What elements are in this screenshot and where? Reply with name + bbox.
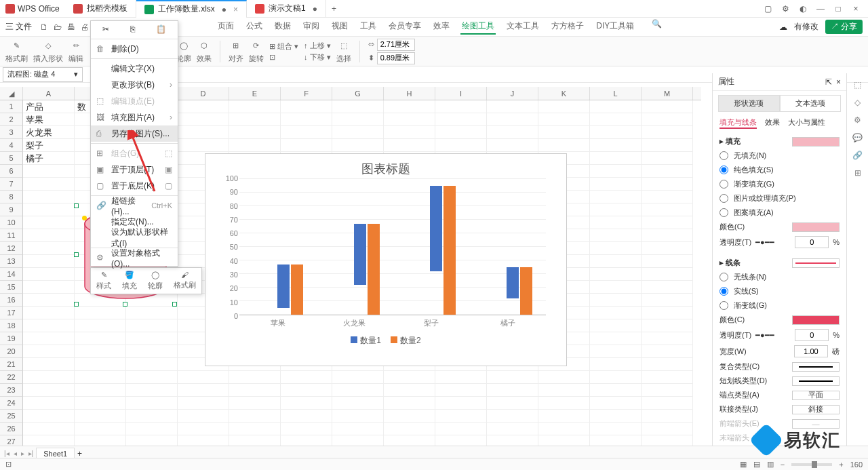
row-header[interactable]: 14 [0, 268, 23, 281]
cell[interactable] [332, 371, 384, 384]
cell[interactable] [332, 423, 384, 435]
cell[interactable] [229, 423, 281, 435]
row-header[interactable]: 18 [0, 319, 23, 332]
cell[interactable] [332, 126, 384, 139]
cell[interactable] [126, 345, 178, 358]
cell[interactable] [75, 410, 126, 423]
cell[interactable] [23, 178, 75, 191]
view-normal-icon[interactable]: ▦ [740, 460, 747, 469]
maximize-button[interactable]: □ [833, 4, 844, 14]
tab-view[interactable]: 视图 [330, 19, 349, 35]
cell[interactable] [75, 371, 126, 384]
cell[interactable] [178, 126, 229, 139]
window-icon[interactable]: ▢ [762, 4, 773, 14]
rail-style-icon[interactable]: ◇ [854, 98, 861, 107]
row-header[interactable]: 3 [0, 126, 23, 139]
cell[interactable] [75, 384, 126, 397]
cell[interactable] [384, 100, 435, 113]
chart-title[interactable]: 图表标题 [205, 154, 566, 180]
col-header[interactable]: L [590, 87, 642, 100]
cell[interactable] [487, 100, 538, 113]
tab-tools[interactable]: 工具 [359, 19, 378, 35]
cell[interactable] [178, 410, 229, 423]
row-header[interactable]: 23 [0, 384, 23, 397]
cell[interactable] [332, 384, 384, 397]
cell[interactable] [590, 319, 642, 332]
cell[interactable] [590, 113, 642, 126]
cell[interactable] [590, 268, 642, 281]
cell[interactable] [590, 255, 642, 268]
insert-shape-button[interactable]: ◇插入形状 [33, 39, 63, 64]
last-sheet-icon[interactable]: ▸| [28, 450, 34, 457]
cell[interactable] [435, 410, 487, 423]
col-header[interactable]: I [435, 87, 487, 100]
tab-presentation[interactable]: 演示文稿1 ● [247, 0, 326, 18]
tab-text-options[interactable]: 文本选项 [780, 95, 842, 112]
cell[interactable] [126, 397, 178, 410]
cell[interactable] [126, 319, 178, 332]
cell[interactable] [23, 242, 75, 255]
name-box[interactable]: 流程图: 磁盘 4▾ [3, 67, 83, 82]
col-header[interactable]: F [281, 87, 332, 100]
cell[interactable] [590, 165, 642, 178]
cell[interactable] [23, 332, 75, 345]
cell[interactable] [23, 281, 75, 294]
cell[interactable] [178, 397, 229, 410]
rail-settings-icon[interactable]: ⚙ [854, 115, 861, 125]
prev-sheet-icon[interactable]: ◂ [14, 450, 17, 457]
settings-icon[interactable]: ⚙ [780, 4, 791, 14]
cell[interactable] [642, 332, 693, 345]
share-button[interactable]: ↗ 分享 [825, 20, 863, 34]
fill-swatch[interactable] [792, 137, 840, 146]
cell[interactable] [590, 203, 642, 216]
add-sheet-button[interactable]: + [77, 449, 82, 458]
cell[interactable] [590, 178, 642, 191]
close-icon[interactable]: × [233, 5, 238, 14]
cell[interactable]: 苹果 [23, 113, 75, 126]
col-header[interactable]: D [178, 87, 229, 100]
file-menu[interactable]: 三 文件 [5, 21, 32, 33]
cell[interactable] [23, 358, 75, 371]
cell[interactable] [590, 216, 642, 229]
cell[interactable] [642, 358, 693, 371]
tab-data[interactable]: 数据 [273, 19, 292, 35]
cell[interactable] [487, 371, 538, 384]
cell[interactable] [487, 397, 538, 410]
paste-icon[interactable]: 📋 [156, 24, 166, 34]
next-sheet-icon[interactable]: ▸ [21, 450, 24, 457]
compound-type-select[interactable] [792, 362, 840, 372]
ctx-change-shape[interactable]: 更改形状(B)› [91, 77, 178, 93]
cap-type-select[interactable]: 平面 [792, 391, 840, 400]
cell[interactable] [590, 358, 642, 371]
cell[interactable] [642, 216, 693, 229]
cell[interactable] [23, 371, 75, 384]
cell[interactable] [590, 384, 642, 397]
col-header[interactable]: J [487, 87, 538, 100]
tab-plugin2[interactable]: DIY工具箱 [595, 19, 635, 35]
ctx-send-back[interactable]: ▢置于底层(K)▢ [91, 178, 178, 194]
cell[interactable] [281, 371, 332, 384]
cell[interactable] [487, 423, 538, 435]
cell[interactable] [23, 345, 75, 358]
cell[interactable] [384, 126, 435, 139]
row-header[interactable]: 8 [0, 191, 23, 203]
rail-link-icon[interactable]: 🔗 [852, 151, 863, 160]
join-type-select[interactable]: 斜接 [792, 405, 840, 414]
cell[interactable] [487, 410, 538, 423]
cell[interactable] [435, 139, 487, 152]
line-none-radio[interactable] [719, 273, 728, 281]
mini-outline[interactable]: ◯轮廓 [142, 268, 168, 294]
cell[interactable] [642, 345, 693, 358]
new-tab-button[interactable]: + [326, 4, 342, 14]
row-header[interactable]: 19 [0, 332, 23, 345]
tab-text-tools[interactable]: 文本工具 [505, 19, 540, 35]
cell[interactable] [642, 113, 693, 126]
cell[interactable] [75, 397, 126, 410]
zoom-value[interactable]: 160 [850, 461, 863, 469]
col-header[interactable]: G [332, 87, 384, 100]
cell[interactable] [590, 242, 642, 255]
cell[interactable] [642, 281, 693, 294]
cell[interactable] [126, 307, 178, 319]
col-header[interactable]: E [229, 87, 281, 100]
mini-fill[interactable]: 🪣填充 [117, 268, 142, 294]
